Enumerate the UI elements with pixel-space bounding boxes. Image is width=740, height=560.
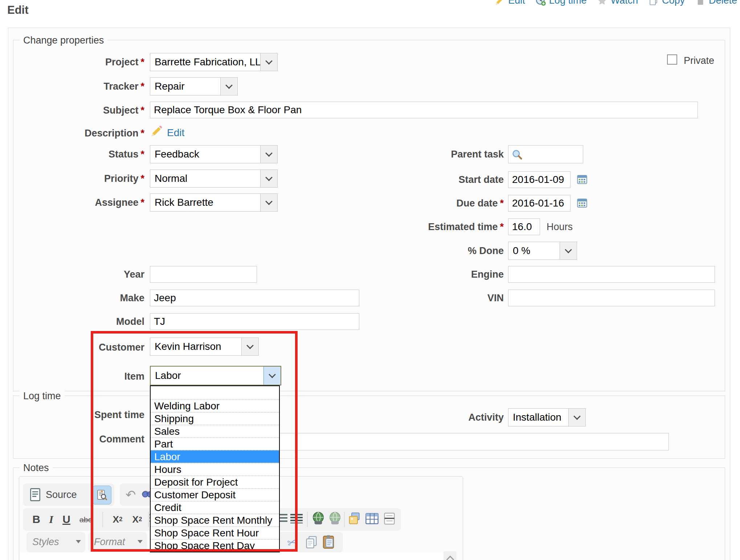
dropdown-option[interactable]: Shop Space Rent Day (151, 539, 279, 552)
percent-done-select[interactable]: 0 % (508, 242, 577, 260)
chevron-down-icon[interactable] (263, 367, 281, 385)
notes-content-area[interactable] (19, 552, 443, 560)
engine-input[interactable] (508, 266, 715, 283)
due-date-input[interactable] (508, 195, 571, 212)
model-input[interactable] (150, 313, 359, 330)
dropdown-option[interactable]: Credit (151, 501, 279, 514)
dropdown-option[interactable]: Shipping (151, 412, 279, 425)
year-label: Year (15, 269, 144, 280)
year-input[interactable] (150, 266, 257, 283)
unlink-globe-icon[interactable] (327, 510, 343, 527)
strikethrough-icon[interactable]: abc (76, 512, 95, 527)
watch-action[interactable]: Watch (597, 0, 638, 6)
undo-icon[interactable]: ↶ (123, 486, 138, 504)
item-select[interactable]: Labor (150, 366, 281, 385)
start-date-label: Start date (374, 174, 504, 185)
parent-task-label: Parent task (374, 149, 504, 160)
chevron-down-icon[interactable] (560, 242, 577, 259)
link-globe-icon[interactable] (311, 510, 326, 527)
caret-down-icon (76, 540, 81, 543)
change-properties-legend: Change properties (20, 35, 107, 46)
superscript-icon[interactable]: X2 (128, 511, 147, 528)
dropdown-option[interactable] (151, 386, 279, 399)
activity-label: Activity (374, 412, 504, 423)
chevron-down-icon[interactable] (260, 170, 277, 187)
customer-select[interactable]: Kevin Harrison (150, 338, 259, 356)
chevron-down-icon[interactable] (260, 53, 277, 71)
spent-time-label: Spent time (15, 409, 144, 421)
toolbar-collapse-button[interactable] (443, 551, 457, 560)
subscript-icon[interactable]: X2 (108, 511, 127, 528)
tracker-select[interactable]: Repair (150, 77, 238, 95)
parent-task-input[interactable] (508, 145, 583, 163)
pencil-icon (150, 125, 163, 138)
item-label: Item (15, 371, 144, 382)
estimated-time-input[interactable] (508, 218, 540, 235)
assignee-select[interactable]: Rick Barrette (150, 193, 278, 212)
dropdown-option-selected[interactable]: Labor (151, 450, 279, 463)
star-icon (597, 0, 608, 6)
horizontal-rule-icon[interactable] (383, 511, 396, 526)
dropdown-option[interactable]: Shop Space Rent Hour (151, 526, 279, 539)
percent-done-label: % Done (374, 245, 504, 257)
dropdown-option[interactable]: Sales (151, 425, 279, 437)
chevron-down-icon[interactable] (260, 194, 277, 211)
bold-icon[interactable]: B (30, 511, 43, 528)
image-icon[interactable] (348, 511, 361, 526)
dropdown-option[interactable]: Welding Labor (151, 399, 279, 412)
subject-input[interactable] (150, 102, 698, 118)
chevron-down-icon[interactable] (260, 146, 277, 163)
log-time-action[interactable]: Log time (535, 0, 587, 6)
project-select[interactable]: Barrette Fabrication, LLC (150, 53, 278, 71)
copy-icon (648, 0, 659, 6)
trash-icon (695, 0, 706, 6)
status-select[interactable]: Feedback (150, 145, 278, 163)
dropdown-option[interactable]: Customer Deposit (151, 488, 279, 501)
paste-icon[interactable] (321, 534, 336, 550)
notes-legend: Notes (20, 462, 53, 474)
calendar-icon[interactable] (576, 197, 588, 209)
dropdown-option[interactable]: Shop Space Rent Monthly (151, 514, 279, 526)
chevron-down-icon[interactable] (220, 78, 237, 95)
preview-icon[interactable] (93, 486, 111, 504)
justify-block-icon[interactable] (290, 514, 303, 523)
styles-dropdown[interactable]: Styles (26, 532, 85, 552)
description-edit-link[interactable]: Edit (167, 127, 184, 139)
dropdown-option[interactable]: Deposit for Project (151, 475, 279, 488)
assignee-label: Assignee* (15, 197, 144, 208)
private-label: Private (684, 55, 714, 66)
tracker-label: Tracker* (15, 81, 144, 92)
italic-icon[interactable]: I (46, 511, 57, 528)
source-button[interactable]: Source (46, 489, 77, 500)
search-icon (511, 149, 523, 160)
make-input[interactable] (150, 290, 359, 306)
due-date-label: Due date* (374, 198, 504, 209)
source-document-icon[interactable] (29, 488, 41, 502)
underline-icon[interactable]: U (60, 511, 73, 528)
table-icon[interactable] (364, 511, 380, 526)
delete-action[interactable]: Delete (695, 0, 737, 6)
estimated-time-suffix: Hours (547, 221, 573, 233)
dropdown-option[interactable]: Hours (151, 463, 279, 475)
priority-select[interactable]: Normal (150, 169, 278, 188)
page-magnifier-icon (96, 489, 108, 501)
dropdown-option[interactable]: Part (151, 437, 279, 450)
chevron-down-icon[interactable] (241, 338, 258, 355)
vin-input[interactable] (508, 290, 715, 306)
comment-label: Comment (15, 434, 144, 445)
customer-label: Customer (15, 342, 144, 353)
activity-select[interactable]: Installation (508, 408, 586, 426)
copy-icon[interactable] (304, 534, 319, 550)
status-label: Status* (15, 149, 144, 160)
project-label: Project* (15, 57, 144, 68)
private-checkbox[interactable] (667, 54, 677, 65)
toolbar-divider (307, 512, 308, 527)
subject-label: Subject* (15, 105, 144, 116)
chevron-down-icon[interactable] (568, 409, 585, 426)
calendar-icon[interactable] (576, 173, 588, 185)
make-label: Make (15, 293, 144, 304)
format-dropdown[interactable]: Format (88, 532, 147, 552)
copy-action[interactable]: Copy (648, 0, 685, 6)
edit-action[interactable]: Edit (494, 0, 525, 6)
start-date-input[interactable] (508, 171, 571, 188)
